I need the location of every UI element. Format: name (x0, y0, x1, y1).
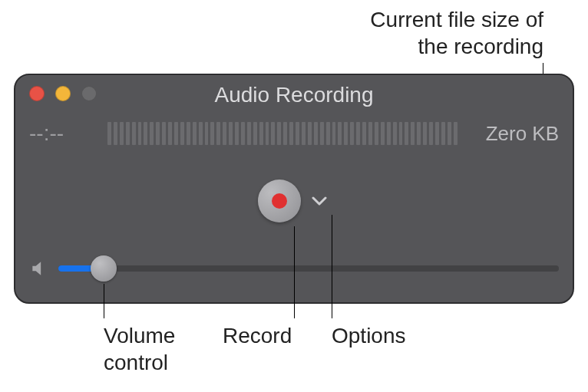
record-icon (272, 193, 287, 209)
volume-thumb[interactable] (91, 255, 117, 282)
window-title: Audio Recording (15, 83, 573, 107)
callout-filesize: Current file size of the recording (370, 6, 543, 60)
recording-time: --:-- (29, 121, 98, 146)
recording-filesize: Zero KB (467, 122, 559, 146)
chevron-down-icon (312, 196, 327, 206)
callout-line (332, 215, 332, 318)
level-meter (107, 122, 458, 145)
callout-options: Options (332, 322, 406, 349)
record-controls (15, 180, 573, 222)
callout-record: Record (223, 322, 292, 349)
options-button[interactable] (309, 190, 330, 212)
status-row: --:-- Zero KB (29, 120, 559, 147)
callout-volume: Volume control (104, 322, 175, 376)
volume-slider[interactable] (58, 265, 559, 272)
record-button[interactable] (258, 180, 301, 222)
callout-line (104, 284, 104, 318)
callout-line (294, 226, 295, 318)
speaker-icon (29, 259, 49, 278)
